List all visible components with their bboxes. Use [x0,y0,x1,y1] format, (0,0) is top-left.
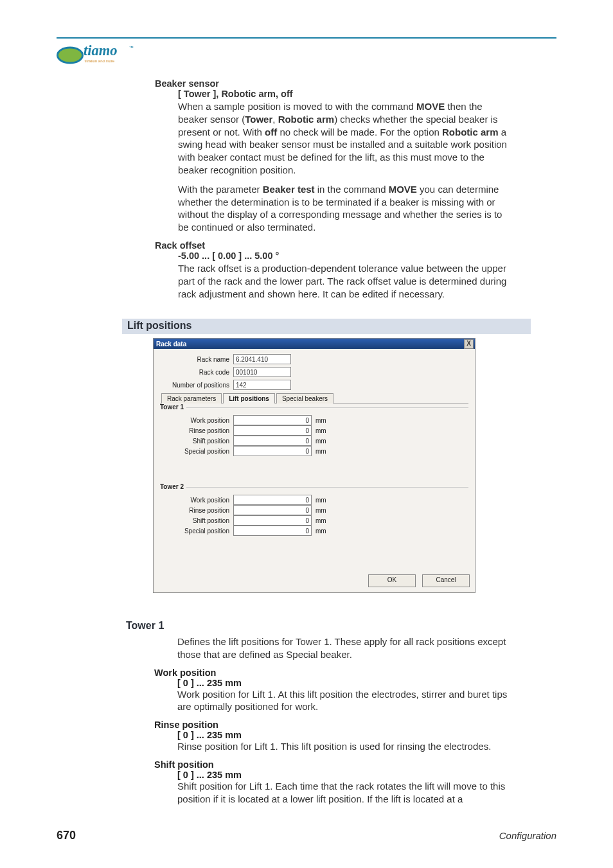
beaker-p2: With the parameter Beaker test in the co… [178,183,512,234]
t2-rinse-input[interactable] [233,505,312,515]
t2-rinse-unit: mm [315,507,326,514]
t2-special-input[interactable] [233,526,312,536]
shift-position-label: Shift position [154,759,511,770]
tab-lift-positions[interactable]: Lift positions [223,393,275,403]
shift-position-range: [ 0 ] ... 235 mm [177,770,511,780]
content-column: Beaker sensor [ Tower ], Robotic arm, of… [155,76,512,306]
work-position-text: Work position for Lift 1. At this lift p… [177,688,511,714]
rinse-position-range: [ 0 ] ... 235 mm [177,730,511,740]
beaker-sensor-heading: Beaker sensor [155,78,512,89]
rackcode-label: Rack code [160,369,233,376]
shift-position-text: Shift position for Lift 1. Each time tha… [177,780,511,806]
page-footer: 670 Configuration [57,829,556,842]
tower1-title: Tower 1 [160,403,186,411]
numpos-input[interactable] [233,380,291,390]
t1-shift-input[interactable] [233,436,312,446]
t1-work-label: Work position [160,417,233,424]
beaker-sensor-range: [ Tower ], Robotic arm, off [178,89,512,99]
rackname-label: Rack name [160,356,233,363]
dialog-body: Rack name Rack code Number of positions … [154,349,475,571]
rackoffset-para: The rack offset is a production-dependen… [178,262,512,300]
rack-data-dialog: Rack data X Rack name Rack code Number o… [153,338,475,593]
dialog-title-text: Rack data [156,341,186,348]
work-position-range: [ 0 ] ... 235 mm [177,678,511,688]
ok-button[interactable]: OK [368,574,416,587]
dialog-titlebar: Rack data X [154,339,475,349]
tower2-group: Tower 2 Work positionmm Rinse positionmm… [160,487,468,536]
close-icon[interactable]: X [464,339,474,349]
logo-tagline: titration and more [85,59,115,63]
rackname-input[interactable] [233,354,291,364]
t1-rinse-unit: mm [315,427,326,434]
rinse-position-text: Rinse position for Lift 1. This lift pos… [177,740,511,753]
rackoffset-range: -5.00 ... [ 0.00 ] ... 5.00 ° [178,251,512,261]
t2-work-input[interactable] [233,495,312,505]
t2-rinse-label: Rinse position [160,507,233,514]
tower1-section: Tower 1 Defines the lift positions for T… [126,620,511,812]
numpos-label: Number of positions [160,382,233,389]
t1-special-label: Special position [160,448,233,455]
t2-work-unit: mm [315,497,326,504]
t1-special-unit: mm [315,448,326,455]
dialog-button-row: OK Cancel [154,571,475,592]
logo-brand-text: tiamo [84,42,118,58]
tab-rack-parameters[interactable]: Rack parameters [161,393,222,403]
logo: tiamo ™ titration and more [57,40,153,71]
page: tiamo ™ titration and more Beaker sensor… [0,0,613,868]
t1-rinse-label: Rinse position [160,427,233,434]
svg-text:™: ™ [129,45,134,51]
t1-shift-label: Shift position [160,438,233,445]
tower1-group: Tower 1 Work positionmm Rinse positionmm… [160,407,468,456]
t1-special-input[interactable] [233,446,312,456]
tower1-heading: Tower 1 [126,620,511,632]
rackcode-input[interactable] [233,367,291,377]
t1-rinse-input[interactable] [233,425,312,436]
t2-work-label: Work position [160,497,233,504]
t1-work-input[interactable] [233,415,312,425]
tower2-title: Tower 2 [160,483,186,490]
t2-shift-input[interactable] [233,515,312,526]
footer-section: Configuration [499,830,556,841]
section-lift-positions: Lift positions [122,319,531,334]
t2-special-label: Special position [160,527,233,535]
tower1-intro: Defines the lift positions for Tower 1. … [177,635,511,661]
t1-work-unit: mm [315,417,326,424]
t1-shift-unit: mm [315,438,326,445]
cancel-button[interactable]: Cancel [422,574,470,587]
header-rule [57,37,556,39]
dialog-tabs: Rack parameters Lift positions Special b… [160,393,468,403]
tab-special-beakers[interactable]: Special beakers [276,393,333,403]
t2-special-unit: mm [315,527,326,535]
rinse-position-label: Rinse position [154,720,511,730]
beaker-p1: When a sample position is moved to with … [178,100,512,177]
rackoffset-heading: Rack offset [155,240,512,251]
work-position-label: Work position [154,668,511,678]
t2-shift-unit: mm [315,517,326,524]
t2-shift-label: Shift position [160,517,233,524]
page-number: 670 [57,829,76,842]
